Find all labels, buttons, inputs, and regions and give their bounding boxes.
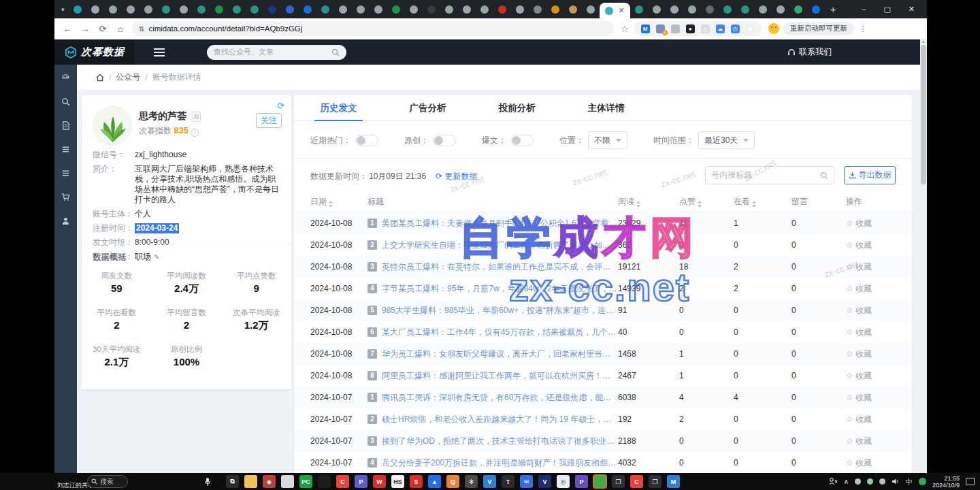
browser-tab[interactable] [91,5,99,14]
tray-dot-2[interactable] [867,478,873,485]
refresh-data-link[interactable]: ⟳ 更新数据 [436,171,477,182]
home-button[interactable]: ⌂ [112,24,129,34]
tray-expand-chevron[interactable]: ∧ [844,478,849,485]
back-button[interactable]: ← [59,24,76,34]
ext-puzzle[interactable]: ▣ [746,24,755,33]
site-settings-icon[interactable]: ⇅ [139,25,144,33]
favorite-button[interactable]: ☆ 收藏 [846,348,911,360]
browser-tab[interactable] [587,5,595,14]
sidebar-item-list-4[interactable] [61,168,71,178]
favorite-button[interactable]: ☆ 收藏 [846,240,911,251]
taskbar-icon-compass[interactable]: ◎ [557,475,570,488]
taskbar-icon-terminal[interactable] [318,475,331,488]
sidebar-item-cart[interactable] [61,192,71,201]
favorite-button[interactable]: ☆ 收藏 [846,305,911,316]
browser-tab[interactable] [74,5,82,14]
article-title-link[interactable]: 字节某员工爆料：95年，月薪7w，年薪84w，2年工资没涨了，每天都感觉好... [382,283,618,295]
taskbar-icon-screen-share-2[interactable]: ❐ [649,475,662,488]
tab-search-chevron-icon[interactable]: ▾ [61,6,65,13]
tab-投前分析[interactable]: 投前分析 [472,95,561,120]
sidebar-item-search[interactable] [61,97,71,106]
browser-tab[interactable] [215,5,223,14]
browser-tab[interactable] [794,5,802,14]
taskbar-clock[interactable]: 21:55 2024/10/9 [932,475,960,489]
scrollbar-thumb[interactable] [921,45,926,184]
sort-icon[interactable] [752,201,756,208]
sort-icon[interactable] [329,201,333,208]
favorite-button[interactable]: ☆ 收藏 [846,414,911,425]
tray-dot-3[interactable] [879,478,885,485]
menu-hamburger-icon[interactable] [154,48,165,56]
ext-gray[interactable] [671,24,680,33]
contact-us-link[interactable]: 联系我们 [787,46,832,58]
ext-m[interactable]: M [641,24,650,33]
edit-pencil-icon[interactable]: ✎ [154,252,159,262]
browser-tab[interactable] [759,5,767,14]
home-icon[interactable] [96,74,104,82]
column-header-在看[interactable]: 在看 [734,196,791,208]
action-center-icon[interactable] [966,478,975,485]
browser-tab[interactable] [410,5,418,14]
favorite-button[interactable]: ☆ 收藏 [846,370,911,382]
profile-refresh-icon[interactable]: ⟳ [277,101,284,111]
toggle-switch[interactable] [433,135,456,146]
browser-tab[interactable] [250,5,259,14]
favorite-button[interactable]: ☆ 收藏 [846,436,911,447]
browser-tab[interactable] [392,5,400,14]
url-field[interactable]: ⇅ cimidata.com/account/detail?bid=AQb9zG… [132,21,614,36]
column-header-日期[interactable]: 日期 [310,196,368,208]
taskbar-icon-mail[interactable]: ✉ [520,475,533,488]
taskbar-icon-photos[interactable] [281,475,294,488]
browser-tab[interactable] [741,5,749,14]
browser-tab[interactable] [653,5,661,14]
column-header-点赞[interactable]: 点赞 [679,196,734,208]
taskbar-icon-upload-arrow[interactable]: ▲ [428,475,441,488]
browser-tab[interactable] [374,5,382,14]
tab-广告分析[interactable]: 广告分析 [383,95,472,120]
browser-tab[interactable] [777,5,785,14]
favorite-button[interactable]: ☆ 收藏 [846,261,911,273]
taskbar-icon-settings-gear[interactable]: ✻ [465,475,478,488]
title-search-input[interactable]: 号内搜标题 [705,166,834,184]
favorite-button[interactable]: ☆ 收藏 [846,392,911,404]
article-title-link[interactable]: 美团某员工爆料：夫妻俩人每月到手6.4万，公积金1.6万，背着房贷，工作累... [382,218,618,229]
browser-tab[interactable] [670,5,679,14]
browser-menu-icon[interactable]: ⋮ [860,24,868,33]
browser-tab[interactable] [304,5,312,14]
browser-tab[interactable] [534,5,542,14]
browser-tab[interactable] [635,5,643,14]
browser-tab[interactable] [286,5,294,14]
browser-tab[interactable] [339,5,347,14]
sort-icon[interactable] [636,201,640,208]
export-data-button[interactable]: 导出数据 [844,166,896,184]
taskbar-icon-wechat[interactable] [593,475,606,488]
article-title-link[interactable]: 上交大学研究生自嘲：毕业后大厂的工作，也折腾了两年，如... [382,240,609,251]
article-title-link[interactable]: 阿里员工爆料：感谢阿里让我工作两年，就可以在杭州买房！不然的话，靠家... [382,370,618,382]
tray-dot-1[interactable] [855,478,861,485]
taskbar-icon-app-s[interactable]: S [410,475,423,488]
article-title-link[interactable]: 接到了华为OD，拒绝了两次，技术主管给打电话说了很多职业发展的事情，... [382,436,618,447]
article-title-link[interactable]: 985大学生爆料：985毕业，年薪60w+，投递“胖东来”超市，连简历初筛都没.… [382,305,618,316]
sort-icon[interactable] [698,201,702,208]
site-logo[interactable]: 次幂数据 [54,39,135,65]
browser-tab[interactable] [109,5,117,14]
taskbar-icon-typora[interactable]: T [502,475,514,488]
sidebar-item-user[interactable] [61,216,71,225]
taskbar-icon-app-v[interactable]: V [538,475,551,488]
taskbar-icon-search-orange[interactable]: Q [446,475,459,488]
favorite-button[interactable]: ☆ 收藏 [846,283,911,295]
browser-tab[interactable] [127,5,135,14]
info-icon[interactable]: ? [191,129,199,137]
window-maximize-button[interactable]: ▢ [883,5,890,14]
tray-green-icon[interactable] [919,478,926,485]
ext-camera[interactable]: ● [686,24,695,33]
taskbar-icon-chrome-2[interactable]: C [630,475,643,488]
taskbar-icon-app-p[interactable]: P [575,475,588,488]
volume-icon[interactable] [892,478,900,485]
browser-tab[interactable] [569,5,577,14]
forward-button[interactable]: → [76,24,94,34]
browser-tab[interactable] [498,5,506,14]
tab-主体详情[interactable]: 主体详情 [561,95,651,120]
ext-cloud[interactable]: ☁ [716,24,725,33]
sidebar-item-document[interactable] [61,120,71,130]
